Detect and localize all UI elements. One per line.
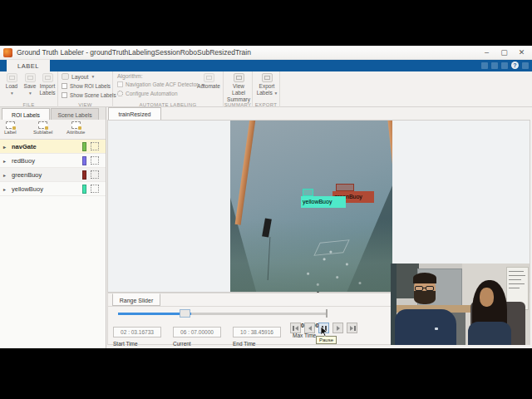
summary-icon <box>234 73 244 82</box>
algorithm-label: Algorithm: <box>117 73 143 79</box>
help-icon[interactable]: ? <box>511 62 519 69</box>
glasses-icon <box>415 286 423 291</box>
automate-button[interactable]: Automate <box>196 73 221 90</box>
title-bar: Ground Truth Labeler - groundTruthLabeli… <box>0 46 532 60</box>
label-color-swatch <box>82 170 86 180</box>
disclosure-icon[interactable]: ▸ <box>3 172 6 178</box>
qa-icon-2[interactable] <box>491 62 498 69</box>
checkbox-icon <box>62 92 67 98</box>
add-sublabel-button[interactable]: Sublabel <box>33 121 52 135</box>
screen: Ground Truth Labeler - groundTruthLabeli… <box>0 0 532 399</box>
go-to-end-button[interactable] <box>347 323 357 333</box>
roi-label-list: ▸ navGate ▸ redBuoy ▸ greenBuoy <box>0 140 106 196</box>
automate-icon <box>204 73 214 82</box>
list-item-redbuoy[interactable]: ▸ redBuoy <box>0 154 106 168</box>
chevron-down-icon: ▾ <box>29 91 32 96</box>
roi-shape-icon <box>91 185 99 193</box>
end-time-label: End Time <box>233 341 284 347</box>
gate-pole-left <box>235 121 256 225</box>
export-labels-button[interactable]: Export Labels ▾ <box>256 73 278 96</box>
tab-trainresized[interactable]: trainResized <box>108 107 161 120</box>
tab-scene-labels[interactable]: Scene Labels <box>51 108 99 120</box>
list-item-greenbuoy[interactable]: ▸ greenBuoy <box>0 168 106 182</box>
end-time-input[interactable] <box>233 327 281 337</box>
end-time-group: End Time <box>233 323 284 347</box>
load-icon <box>7 73 17 82</box>
add-attribute-button[interactable]: Attribute <box>66 121 85 135</box>
section-automate-labeling: Algorithm: Navigation Gate ACF Detector … <box>113 71 224 107</box>
step-forward-button[interactable] <box>332 323 343 333</box>
pool-floor <box>230 219 392 292</box>
start-time-group: Start Time <box>113 323 165 347</box>
step-backward-icon <box>308 326 312 331</box>
section-export: Export Labels ▾ EXPORT <box>253 71 280 107</box>
window-title: Ground Truth Labeler - groundTruthLabeli… <box>17 46 251 60</box>
disclosure-icon[interactable]: ▸ <box>3 144 6 150</box>
chevron-down-icon: ▾ <box>91 74 94 79</box>
matlab-app-icon <box>3 48 12 57</box>
save-icon <box>25 73 36 82</box>
current-time-input[interactable] <box>173 327 221 337</box>
roi-panel-toolbar: Label Sublabel Attribute <box>0 120 106 140</box>
tab-label[interactable]: LABEL <box>7 60 50 71</box>
attribute-icon <box>71 121 81 129</box>
gear-icon <box>117 91 123 96</box>
current-time-group: Current <box>173 323 224 347</box>
list-item-yellowbuoy[interactable]: ▸ yellowBuoy <box>0 182 106 196</box>
disclosure-icon[interactable]: ▸ <box>3 186 6 192</box>
current-time-label: Current <box>173 341 224 347</box>
show-roi-labels-checkbox[interactable]: Show ROI Labels <box>62 83 111 89</box>
roi-box-greenbuoy[interactable] <box>336 184 354 191</box>
add-label-button[interactable]: Label <box>4 121 17 135</box>
section-view: Layout ▾ Show ROI Labels Show Scene Labe… <box>58 71 113 107</box>
configure-automation-button[interactable]: Configure Automation <box>117 91 178 96</box>
go-to-end-icon <box>350 326 353 331</box>
algorithm-selector[interactable]: Navigation Gate ACF Detector ▾ <box>117 81 204 87</box>
import-icon <box>42 73 53 82</box>
step-backward-button[interactable] <box>304 323 315 333</box>
roi-shape-icon <box>91 156 99 165</box>
minimize-icon[interactable]: – <box>478 46 495 60</box>
mouse-cursor <box>321 325 328 340</box>
label-color-swatch <box>82 185 86 194</box>
maximize-icon[interactable]: ▢ <box>495 46 513 60</box>
person-left-hair <box>413 273 436 283</box>
minimize-ribbon-icon[interactable] <box>522 62 529 69</box>
person-left-body <box>395 309 456 345</box>
view-label-summary-button[interactable]: View Label Summary <box>228 73 249 103</box>
label-icon <box>6 121 15 129</box>
section-summary: View Label Summary SUMMARY <box>224 71 253 107</box>
roi-box-yellowbuoy[interactable] <box>303 189 313 196</box>
start-time-input[interactable] <box>113 327 161 337</box>
roi-label-yellowbuoy[interactable]: yellowBuoy <box>301 196 346 208</box>
export-icon <box>262 73 273 82</box>
tab-range-slider[interactable]: Range Slider <box>112 293 160 306</box>
checkbox-icon <box>62 83 67 89</box>
time-slider-end-tick <box>326 309 328 318</box>
label-color-swatch <box>82 142 86 151</box>
roi-shape-icon <box>91 170 99 179</box>
ribbon-tab-bar: LABEL ? <box>0 60 532 71</box>
import-labels-button[interactable]: Import Labels <box>37 73 58 96</box>
time-slider-track[interactable] <box>118 313 326 315</box>
layout-icon <box>62 73 69 80</box>
section-file: Load▾ Save▾ Import Labels FILE <box>0 71 58 107</box>
close-icon[interactable]: ✕ <box>513 46 530 60</box>
qa-icon-1[interactable] <box>481 62 488 69</box>
video-frame[interactable]: greenBuoy yellowBuoy <box>230 121 392 292</box>
window-controls: – ▢ ✕ <box>478 46 530 60</box>
quick-access-toolbar: ? <box>481 62 529 69</box>
show-scene-labels-checkbox[interactable]: Show Scene Labels <box>62 92 116 98</box>
disclosure-icon[interactable]: ▸ <box>3 158 6 164</box>
list-item-navgate[interactable]: ▸ navGate <box>0 140 106 154</box>
time-slider-handle[interactable] <box>180 309 190 318</box>
tab-roi-labels[interactable]: ROI Labels <box>2 108 50 120</box>
layout-button[interactable]: Layout ▾ <box>62 73 94 80</box>
load-button[interactable]: Load▾ <box>2 73 22 96</box>
go-to-start-button[interactable] <box>290 323 301 333</box>
start-time-label: Start Time <box>113 341 165 347</box>
chevron-down-icon: ▾ <box>275 91 278 96</box>
roi-panel-tabs: ROI Labels Scene Labels <box>0 107 106 120</box>
sublabel-icon <box>38 121 47 129</box>
qa-icon-3[interactable] <box>501 62 508 69</box>
